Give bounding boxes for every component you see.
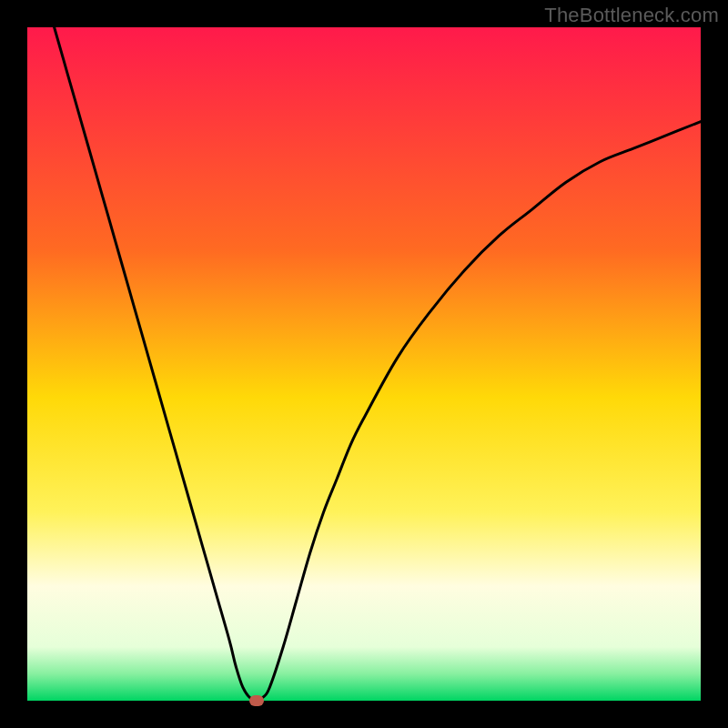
minimum-marker [249, 695, 264, 706]
chart-frame: TheBottleneck.com [0, 0, 728, 728]
bottleneck-curve [55, 27, 701, 701]
watermark-text: TheBottleneck.com [544, 4, 719, 27]
curve-svg [27, 27, 701, 701]
plot-area [27, 27, 701, 701]
